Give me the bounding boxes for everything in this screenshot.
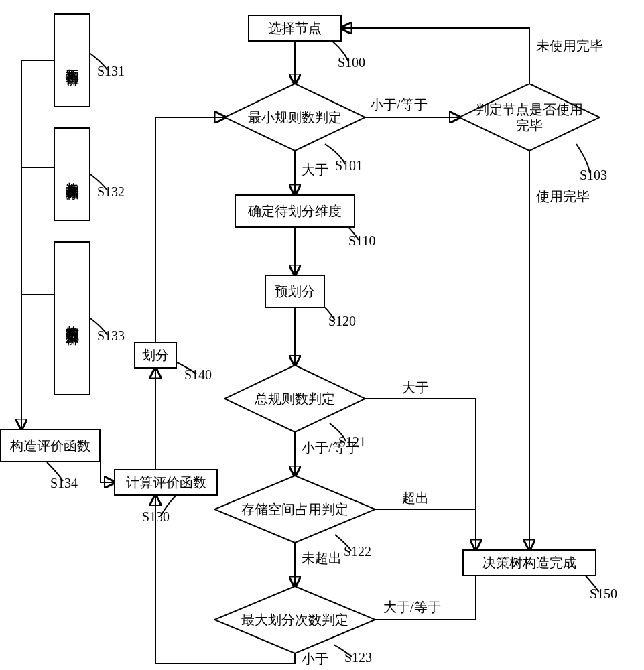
flowchart-canvas: 构造平衡性评价 S131 构造重复存储指标 S132 构造孩子节点规则数评价 S… <box>0 0 644 670</box>
svg-marker-2 <box>214 476 375 543</box>
tag-s101: S101 <box>335 158 363 174</box>
tag-s131: S131 <box>97 64 125 79</box>
svg-marker-4 <box>459 84 600 151</box>
svg-marker-1 <box>224 365 365 432</box>
edge-s122-right: 超出 <box>402 489 429 507</box>
edge-s103-down: 使用完毕 <box>536 188 576 206</box>
box-s131: 构造平衡性评价 <box>54 13 90 107</box>
box-s120: 预划分 <box>265 275 325 308</box>
edge-s103-up-text: 未使用完毕 <box>536 37 576 55</box>
edge-s121-down: 小于/等于 <box>302 439 359 457</box>
tag-s103: S103 <box>580 168 607 183</box>
box-s130: 计算评价函数 <box>114 469 218 496</box>
box-s100: 选择节点 <box>248 15 342 42</box>
box-s110: 确定待划分维度 <box>235 194 355 228</box>
tag-s123: S123 <box>344 650 372 665</box>
svg-marker-0 <box>224 84 365 151</box>
s130-text: 计算评价函数 <box>126 474 206 491</box>
diamond-s121: 总规则数判定 <box>224 365 365 432</box>
tag-s133: S133 <box>97 328 125 344</box>
edge-s122-down: 未超出 <box>302 549 342 567</box>
diamond-s123: 最大划分次数判定 <box>214 586 375 653</box>
edge-s121-right: 大于 <box>402 379 429 397</box>
s120-text: 预划分 <box>275 283 315 300</box>
tag-s150: S150 <box>590 586 617 602</box>
svg-marker-3 <box>214 586 375 653</box>
tag-s120: S120 <box>328 314 356 329</box>
s131-text: 构造平衡性评价 <box>65 58 79 63</box>
tag-s132: S132 <box>97 184 125 200</box>
edge-s101-down: 大于 <box>302 161 328 179</box>
s134-text: 构造评价函数 <box>10 438 90 454</box>
s150-text: 决策树构造完成 <box>482 555 576 572</box>
edge-s103-down-text: 使用完毕 <box>536 188 576 206</box>
edge-s101-right: 小于/等于 <box>370 96 428 114</box>
tag-s100: S100 <box>338 55 365 70</box>
diamond-s122: 存储空间占用判定 <box>214 476 375 543</box>
diamond-s101: 最小规则数判定 <box>224 84 365 151</box>
tag-s122: S122 <box>344 544 371 559</box>
box-s132: 构造重复存储指标 <box>54 127 90 221</box>
diamond-s103: 判定节点是否使用完毕 <box>459 84 600 151</box>
box-s133: 构造孩子节点规则数评价 <box>54 241 90 395</box>
box-s150: 决策树构造完成 <box>462 549 596 576</box>
box-s134: 构造评价函数 <box>0 429 101 462</box>
s140-text: 划分 <box>142 347 169 364</box>
edge-s123-right: 大于/等于 <box>383 598 441 616</box>
edge-s103-up: 未使用完毕 <box>536 37 596 55</box>
tag-s130: S130 <box>142 509 170 525</box>
edge-s123-down: 小于 <box>302 650 328 668</box>
s100-text: 选择节点 <box>268 20 322 37</box>
s132-text: 构造重复存储指标 <box>65 172 79 177</box>
s110-text: 确定待划分维度 <box>248 203 342 220</box>
box-s140: 划分 <box>134 342 177 368</box>
tag-s134: S134 <box>50 476 78 491</box>
s133-text: 构造孩子节点规则数评价 <box>65 315 79 322</box>
tag-s110: S110 <box>348 233 375 249</box>
tag-s140: S140 <box>184 367 212 383</box>
